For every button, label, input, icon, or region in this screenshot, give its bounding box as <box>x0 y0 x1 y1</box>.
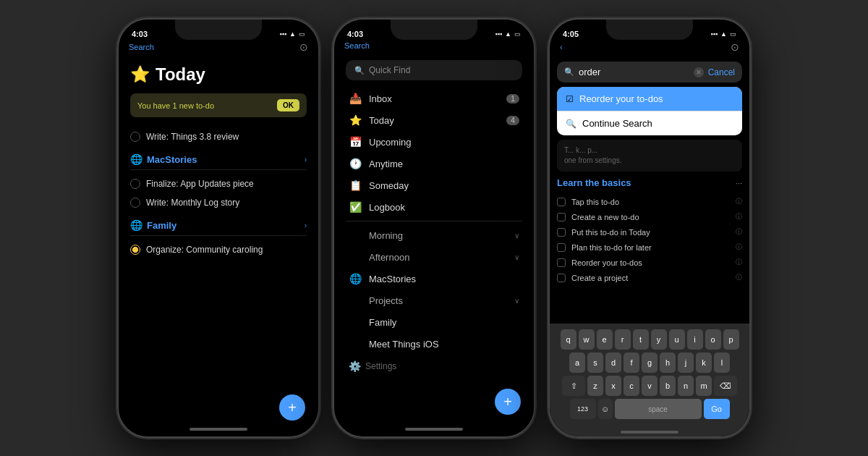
learn-checkbox-3[interactable] <box>557 243 566 252</box>
learn-item-0[interactable]: Tap this to-do ⓘ <box>557 194 742 209</box>
key-d[interactable]: d <box>605 352 621 373</box>
todo-item-3[interactable]: Write: Monthly Log story <box>130 193 307 212</box>
family-chevron-icon: › <box>305 221 307 229</box>
settings-row[interactable]: ⚙️ Settings <box>346 355 522 372</box>
afternoon-section-left: ⊙ Afternoon <box>349 251 409 263</box>
macstories-sub-icon: 🌐 <box>349 273 362 284</box>
status-bar-1: 4:03 ▪▪▪ ▲ ▭ <box>119 20 318 40</box>
nav-action-1[interactable]: ⊙ <box>299 41 308 53</box>
checkbox-4[interactable] <box>130 245 140 255</box>
key-n[interactable]: n <box>678 376 694 396</box>
checkbox-2[interactable] <box>130 179 140 189</box>
learn-checkbox-2[interactable] <box>557 228 566 237</box>
phone-2: 4:03 ▪▪▪ ▲ ▭ Search 🔍 Quick Find 📥 <box>333 18 535 438</box>
family-sub-item[interactable]: ⊙ Family <box>346 311 522 333</box>
menu-logbook[interactable]: ✅ Logbook <box>346 196 522 218</box>
learn-item-2[interactable]: Put this to-do in Today ⓘ <box>557 224 742 240</box>
afternoon-section-row[interactable]: ⊙ Afternoon ∨ <box>346 246 522 268</box>
menu-today[interactable]: ⭐ Today 4 <box>346 109 522 131</box>
morning-section-row[interactable]: ⊙ Morning ∨ <box>346 224 522 246</box>
family-section[interactable]: 🌐 Family › <box>130 219 307 236</box>
learn-item-5[interactable]: Create a project ⓘ <box>557 270 742 285</box>
projects-label: Projects <box>369 295 403 306</box>
meet-things-label: Meet Things iOS <box>369 339 519 350</box>
key-h[interactable]: h <box>660 352 676 373</box>
macstories-sub-item[interactable]: 🌐 MacStories <box>346 268 522 290</box>
learn-item-1[interactable]: Create a new to-do ⓘ <box>557 209 742 224</box>
key-g[interactable]: g <box>642 352 658 373</box>
key-i[interactable]: i <box>687 329 703 350</box>
key-s[interactable]: s <box>587 352 603 373</box>
key-emoji[interactable]: ☺ <box>598 399 613 419</box>
key-t[interactable]: t <box>633 329 649 350</box>
key-b[interactable]: b <box>660 376 676 396</box>
key-q[interactable]: q <box>561 329 576 350</box>
continue-search-icon: 🔍 <box>566 119 576 129</box>
dropdown-item-reorder[interactable]: ☑ Reorder your to-dos <box>557 87 742 111</box>
learn-checkbox-5[interactable] <box>557 274 566 282</box>
ok-button[interactable]: OK <box>277 99 299 111</box>
todo-item-4[interactable]: Organize: Community caroling <box>130 240 307 259</box>
family-icon: 🌐 <box>130 219 142 231</box>
key-o[interactable]: o <box>705 329 721 350</box>
add-button-1[interactable]: + <box>279 394 305 421</box>
key-z[interactable]: z <box>587 376 603 396</box>
key-123[interactable]: 123 <box>570 399 596 419</box>
key-p[interactable]: p <box>723 329 739 350</box>
nav-bar-2: Search <box>334 40 534 54</box>
key-go[interactable]: Go <box>704 399 730 419</box>
key-m[interactable]: m <box>696 376 712 396</box>
key-a[interactable]: a <box>569 352 585 373</box>
key-u[interactable]: u <box>669 329 685 350</box>
clear-search-icon[interactable]: × <box>694 67 704 77</box>
menu-upcoming[interactable]: 📅 Upcoming <box>346 131 522 153</box>
learn-info-2: ⓘ <box>736 227 742 237</box>
key-w[interactable]: w <box>579 329 595 350</box>
quick-find-bar[interactable]: 🔍 Quick Find <box>346 60 522 80</box>
key-space[interactable]: space <box>615 399 702 419</box>
anytime-label: Anytime <box>369 159 519 169</box>
key-l[interactable]: l <box>714 352 730 373</box>
add-button-2[interactable]: + <box>495 389 521 415</box>
back-btn-3[interactable]: ‹ <box>560 43 563 51</box>
checkbox-3[interactable] <box>130 198 140 208</box>
learn-more-icon[interactable]: ··· <box>736 179 742 187</box>
key-k[interactable]: k <box>696 352 712 373</box>
search-input[interactable]: order <box>579 67 689 77</box>
key-v[interactable]: v <box>642 376 658 396</box>
learn-item-3[interactable]: Plan this to-do for later ⓘ <box>557 240 742 255</box>
key-e[interactable]: e <box>597 329 613 350</box>
todo-item-2[interactable]: Finalize: App Updates piece <box>130 174 307 193</box>
keyboard-row-4: 123 ☺ space Go <box>553 399 746 419</box>
macstories-section[interactable]: 🌐 MacStories › <box>130 153 307 170</box>
learn-text-5: Create a project <box>571 274 730 282</box>
key-y[interactable]: y <box>651 329 667 350</box>
learn-checkbox-1[interactable] <box>557 213 566 221</box>
todo-text-2: Finalize: App Updates piece <box>146 179 254 189</box>
today-title: Today <box>156 64 205 85</box>
menu-inbox[interactable]: 📥 Inbox 1 <box>346 88 522 109</box>
status-bar-3: 4:05 ▪▪▪ ▲ ▭ <box>550 20 749 40</box>
meet-things-item[interactable]: ⊙ Meet Things iOS <box>346 333 522 355</box>
wifi-icon-1: ▲ <box>289 30 296 38</box>
menu-anytime[interactable]: 🕐 Anytime <box>346 153 522 174</box>
cancel-button[interactable]: Cancel <box>708 67 735 77</box>
dropdown-item-search[interactable]: 🔍 Continue Search <box>557 111 742 135</box>
search-bar-active[interactable]: 🔍 order × Cancel <box>557 62 742 83</box>
menu-someday[interactable]: 📋 Someday <box>346 174 522 196</box>
key-f[interactable]: f <box>624 352 639 373</box>
key-j[interactable]: j <box>678 352 694 373</box>
learn-checkbox-0[interactable] <box>557 198 566 206</box>
todo-item-1[interactable]: Write: Things 3.8 review <box>130 127 307 146</box>
checkbox-1[interactable] <box>130 132 140 142</box>
projects-section-row[interactable]: ⊙ Projects ∨ <box>346 290 522 311</box>
learn-checkbox-4[interactable] <box>557 258 566 267</box>
learn-item-4[interactable]: Reorder your to-dos ⓘ <box>557 255 742 270</box>
key-r[interactable]: r <box>615 329 631 350</box>
key-x[interactable]: x <box>605 376 621 396</box>
key-shift[interactable]: ⇧ <box>562 376 585 396</box>
key-c[interactable]: c <box>624 376 639 396</box>
done-btn-3[interactable]: ⊙ <box>731 41 739 53</box>
inbox-label: Inbox <box>369 93 499 104</box>
key-backspace[interactable]: ⌫ <box>714 376 737 396</box>
